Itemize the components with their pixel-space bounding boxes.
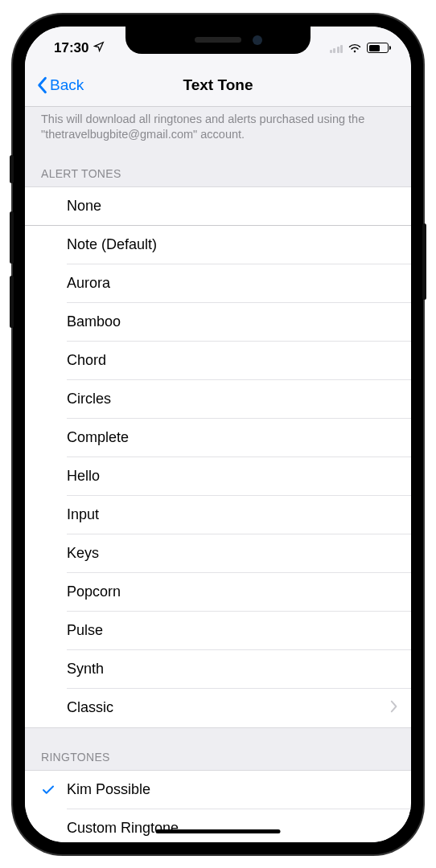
screen: 17:30 [25,27,411,842]
cellular-signal-icon [330,43,343,53]
back-label: Back [50,76,84,94]
list-item-label: Chord [67,342,411,379]
phone-frame: 17:30 [13,14,423,854]
list-item-label: Aurora [67,265,411,301]
home-indicator[interactable] [156,829,281,833]
alert-tone-item-keys[interactable]: Keys [25,534,411,573]
alert-tone-item-hello[interactable]: Hello [25,457,411,496]
alert-tone-item-popcorn[interactable]: Popcorn [25,573,411,612]
power-button [422,223,426,300]
list-item-label: Kim Possible [67,772,411,808]
ringtone-item-custom-ringtone[interactable]: Custom Ringtone [25,809,411,842]
alert-tone-item-bamboo[interactable]: Bamboo [25,303,411,342]
list-item-label: Complete [67,420,411,456]
download-info-text: This will download all ringtones and ale… [25,107,411,145]
speaker-grille [195,37,241,43]
mute-switch [10,155,14,183]
section-header-ringtones: RINGTONES [25,728,411,770]
list-item-label: Hello [67,458,411,494]
ringtone-item-kim-possible[interactable]: Kim Possible [25,771,411,809]
scroll-area[interactable]: This will download all ringtones and ale… [25,107,411,842]
checkmark-icon [41,783,67,797]
list-item-label: Keys [67,535,411,571]
list-item-label: Popcorn [67,574,411,610]
list-item-label: Note (Default) [67,227,411,263]
alert-tone-item-pulse[interactable]: Pulse [25,612,411,650]
status-time: 17:30 [54,40,88,56]
wifi-icon [348,43,362,53]
list-item-label: Pulse [67,612,411,649]
alert-tones-list: NoneNote (Default)AuroraBambooChordCircl… [25,186,411,728]
alert-tone-item-input[interactable]: Input [25,496,411,534]
list-item-label: Bamboo [67,304,411,340]
list-item-label: Circles [67,381,411,417]
back-button[interactable]: Back [36,76,84,94]
alert-tone-item-none[interactable]: None [25,187,411,226]
alert-tone-item-note-default[interactable]: Note (Default) [25,226,411,264]
alert-tone-item-chord[interactable]: Chord [25,342,411,380]
notch [125,27,311,54]
alert-tone-item-synth[interactable]: Synth [25,650,411,689]
nav-bar: Back Text Tone [25,65,411,107]
chevron-right-icon [390,700,411,716]
list-item-label: Synth [67,651,411,687]
chevron-left-icon [36,76,47,94]
volume-up-button [10,211,14,264]
section-header-alert-tones: ALERT TONES [25,145,411,186]
alert-tone-item-aurora[interactable]: Aurora [25,264,411,303]
page-title: Text Tone [183,76,253,94]
alert-tone-item-classic[interactable]: Classic [25,689,411,727]
alert-tone-item-circles[interactable]: Circles [25,380,411,419]
front-camera [253,35,262,45]
list-item-label: None [67,188,411,224]
battery-icon [367,43,389,53]
location-icon [93,40,105,56]
alert-tone-item-complete[interactable]: Complete [25,419,411,457]
list-item-label: Classic [67,690,390,726]
list-item-label: Input [67,497,411,533]
volume-down-button [10,276,14,328]
list-item-label: Custom Ringtone [67,810,411,841]
